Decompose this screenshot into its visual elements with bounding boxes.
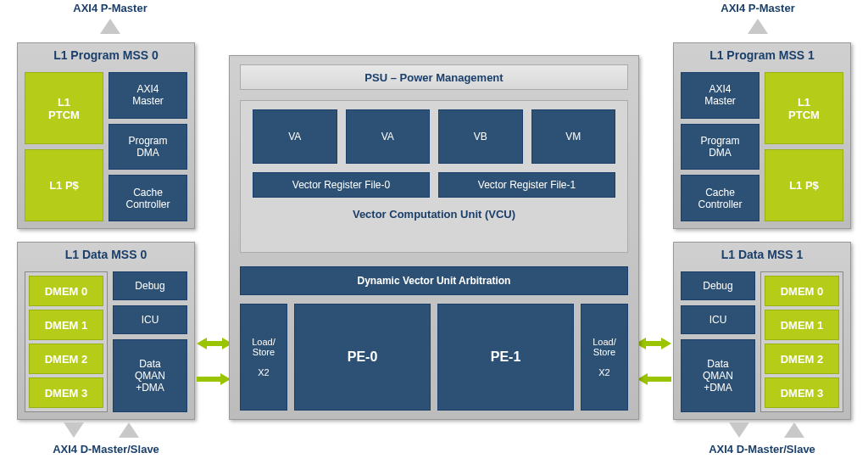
dmem-3: DMEM 3 bbox=[765, 377, 839, 408]
arrow-left-icon bbox=[637, 373, 671, 385]
center-core: PSU – Power Management VA VA VB VM Vecto… bbox=[229, 55, 639, 420]
arrow-up-icon bbox=[748, 19, 768, 34]
l1-program-mss-1: L1 Program MSS 1 AXI4 Master Program DMA… bbox=[673, 42, 851, 229]
icu: ICU bbox=[113, 305, 187, 334]
arrow-down-icon bbox=[729, 422, 749, 438]
data-mss1-title: L1 Data MSS 1 bbox=[674, 243, 850, 265]
debug: Debug bbox=[113, 271, 187, 300]
arrow-up-icon bbox=[784, 422, 804, 438]
l1-data-mss-1: L1 Data MSS 1 Debug ICU Data QMAN +DMA D… bbox=[673, 242, 851, 420]
axi4-pmaster-right-label: AXI4 P-Master bbox=[707, 2, 809, 14]
double-arrow-icon bbox=[197, 338, 232, 349]
arrow-right-icon bbox=[197, 373, 231, 385]
dmem-1: DMEM 1 bbox=[29, 310, 103, 340]
dmem-0: DMEM 0 bbox=[765, 276, 839, 306]
dmem-3: DMEM 3 bbox=[29, 377, 103, 408]
arrow-up-icon bbox=[100, 19, 120, 34]
vreg-vb: VB bbox=[438, 109, 523, 164]
cache-controller: Cache Controller bbox=[108, 175, 187, 221]
icu: ICU bbox=[681, 305, 755, 334]
debug: Debug bbox=[681, 271, 755, 300]
dmem-0: DMEM 0 bbox=[29, 276, 103, 306]
axi4-pmaster-left-label: AXI4 P-Master bbox=[59, 2, 161, 14]
data-qman-dma: Data QMAN +DMA bbox=[113, 339, 187, 412]
l1-pcache: L1 P$ bbox=[25, 149, 103, 221]
l1-data-mss-0: L1 Data MSS 0 DMEM 0 DMEM 1 DMEM 2 DMEM … bbox=[17, 242, 195, 420]
vcu-frame: VA VA VB VM Vector Register File-0 Vecto… bbox=[240, 100, 628, 253]
dmem-2: DMEM 2 bbox=[29, 344, 103, 374]
axi4-master: AXI4 Master bbox=[681, 72, 760, 119]
vreg-vm: VM bbox=[531, 109, 616, 164]
data-qman-dma: Data QMAN +DMA bbox=[681, 339, 755, 412]
vector-register-file-0: Vector Register File-0 bbox=[253, 172, 430, 198]
psu-bar: PSU – Power Management bbox=[240, 64, 628, 90]
axi4-master: AXI4 Master bbox=[108, 72, 187, 119]
double-arrow-icon bbox=[636, 338, 671, 349]
dmem-2: DMEM 2 bbox=[765, 344, 839, 374]
arrow-down-icon bbox=[64, 422, 84, 438]
dynamic-vector-unit-arbitration: Dynamic Vector Unit Arbitration bbox=[240, 266, 628, 295]
data-mss0-title: L1 Data MSS 0 bbox=[18, 243, 194, 265]
l1-program-mss-0: L1 Program MSS 0 L1 PTCM L1 P$ AXI4 Mast… bbox=[17, 42, 195, 229]
load-store-right: Load/ Store X2 bbox=[581, 304, 628, 411]
program-mss1-title: L1 Program MSS 1 bbox=[674, 43, 850, 65]
axi4-dmaster-left-label: AXI4 D-Master/Slave bbox=[21, 443, 191, 455]
vector-register-file-1: Vector Register File-1 bbox=[438, 172, 615, 198]
l1-pcache: L1 P$ bbox=[765, 149, 843, 221]
program-dma: Program DMA bbox=[108, 124, 187, 170]
l1-ptcm: L1 PTCM bbox=[765, 72, 843, 144]
pe-0: PE-0 bbox=[294, 304, 431, 411]
l1-ptcm: L1 PTCM bbox=[25, 72, 103, 144]
axi4-dmaster-right-label: AXI4 D-Master/Slave bbox=[677, 443, 847, 455]
vreg-va: VA bbox=[346, 109, 431, 164]
program-mss0-title: L1 Program MSS 0 bbox=[18, 43, 194, 65]
program-dma: Program DMA bbox=[681, 124, 760, 170]
cache-controller: Cache Controller bbox=[681, 175, 760, 221]
vcu-label: Vector Computation Unit (VCU) bbox=[241, 201, 627, 221]
load-store-left: Load/ Store X2 bbox=[240, 304, 287, 411]
vreg-va: VA bbox=[253, 109, 337, 164]
dmem-1: DMEM 1 bbox=[765, 310, 839, 340]
arrow-up-icon bbox=[119, 422, 139, 438]
pe-1: PE-1 bbox=[437, 304, 574, 411]
